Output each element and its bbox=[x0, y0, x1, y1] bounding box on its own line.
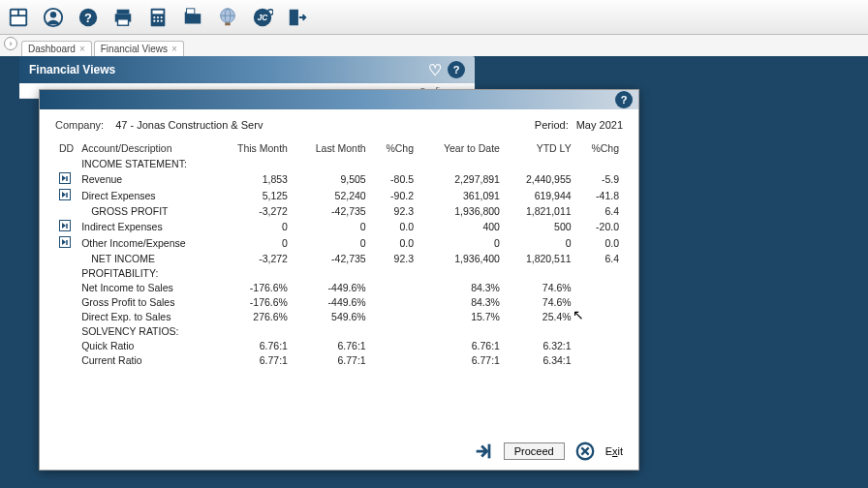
col-this-month: This Month bbox=[213, 140, 292, 156]
table-row: NET INCOME-3,272-42,73592.31,936,4001,82… bbox=[55, 251, 623, 265]
company-value: 47 - Jonas Construction & Serv bbox=[115, 119, 263, 131]
svg-point-16 bbox=[153, 19, 155, 21]
row-label: NET INCOME bbox=[78, 251, 213, 265]
period-value: May 2021 bbox=[576, 119, 623, 131]
favorite-icon[interactable]: ♡ bbox=[428, 61, 442, 79]
close-icon[interactable]: × bbox=[171, 44, 177, 54]
help-icon[interactable]: ? bbox=[448, 61, 465, 78]
exit-app-icon[interactable] bbox=[283, 3, 312, 32]
svg-text:?: ? bbox=[84, 10, 92, 24]
svg-rect-3 bbox=[12, 16, 26, 24]
tab-label: Financial Views bbox=[101, 44, 168, 54]
drilldown-icon[interactable] bbox=[59, 191, 71, 202]
row-label: Current Ratio bbox=[78, 352, 213, 367]
row-label: Other Income/Expense bbox=[78, 234, 213, 251]
col-chg: %Chg bbox=[370, 140, 418, 156]
svg-rect-19 bbox=[187, 8, 195, 14]
panel-header: Financial Views ♡ ? bbox=[19, 56, 475, 83]
table-row: Revenue1,8539,505-80.52,297,8912,440,955… bbox=[55, 170, 623, 187]
svg-rect-26 bbox=[290, 9, 298, 25]
table-row: Direct Exp. to Sales276.6%549.6%15.7%25.… bbox=[55, 309, 623, 323]
help-icon[interactable]: ? bbox=[74, 3, 103, 32]
tab-financial-views[interactable]: Financial Views× bbox=[94, 41, 184, 56]
svg-point-15 bbox=[161, 15, 163, 17]
tabs-bar: › Dashboard× Financial Views× bbox=[0, 35, 868, 56]
row-label: Net Income to Sales bbox=[78, 280, 213, 294]
print-icon[interactable] bbox=[108, 3, 138, 32]
svg-rect-10 bbox=[118, 18, 129, 24]
tab-label: Dashboard bbox=[28, 44, 76, 54]
folder-icon[interactable] bbox=[178, 3, 207, 32]
user-icon[interactable] bbox=[39, 3, 68, 32]
company-label: Company: bbox=[55, 119, 104, 131]
section-solvency: SOLVENCY RATIOS: bbox=[78, 323, 623, 338]
table-row: Quick Ratio6.76:16.76:16.76:16.32:1 bbox=[55, 338, 623, 352]
svg-rect-8 bbox=[117, 9, 130, 14]
table-row: Gross Profit to Sales-176.6%-449.6%84.3%… bbox=[55, 294, 623, 309]
svg-rect-1 bbox=[12, 10, 17, 15]
globe-icon[interactable] bbox=[213, 3, 242, 32]
proceed-arrow-icon[interactable] bbox=[473, 441, 494, 462]
svg-rect-12 bbox=[153, 10, 164, 14]
report-footer: Proceed Exit bbox=[473, 441, 623, 462]
cancel-icon[interactable] bbox=[574, 441, 596, 462]
row-label: Direct Exp. to Sales bbox=[78, 309, 213, 323]
section-income: INCOME STATEMENT: bbox=[78, 156, 623, 170]
svg-text:JC: JC bbox=[258, 13, 269, 21]
jc-refresh-icon[interactable]: JC bbox=[248, 3, 277, 32]
drilldown-icon[interactable] bbox=[59, 174, 71, 186]
row-label: Gross Profit to Sales bbox=[78, 294, 213, 309]
svg-rect-2 bbox=[19, 10, 25, 15]
report-window: ? Company: 47 - Jonas Construction & Ser… bbox=[39, 89, 639, 471]
col-chg2: %Chg bbox=[575, 140, 623, 156]
close-icon[interactable]: × bbox=[79, 44, 85, 54]
tab-dashboard[interactable]: Dashboard× bbox=[21, 41, 92, 56]
section-profitability: PROFITABILITY: bbox=[78, 265, 623, 280]
table-row: Indirect Expenses000.0400500-20.0 bbox=[55, 218, 623, 234]
table-row: Direct Expenses5,12552,240-90.2361,09161… bbox=[55, 187, 623, 203]
col-acct: Account/Description bbox=[78, 140, 213, 156]
table-row: Other Income/Expense000.0000.0 bbox=[55, 234, 623, 251]
svg-point-13 bbox=[153, 15, 155, 17]
calculator-icon[interactable] bbox=[143, 3, 172, 32]
row-label: Indirect Expenses bbox=[78, 218, 213, 234]
svg-point-14 bbox=[157, 15, 159, 17]
col-ytd: Year to Date bbox=[418, 140, 504, 156]
drilldown-icon[interactable] bbox=[59, 238, 71, 250]
panel-title: Financial Views bbox=[29, 63, 115, 76]
table-row: GROSS PROFIT-3,272-42,73592.31,936,8001,… bbox=[55, 203, 623, 218]
col-last-month: Last Month bbox=[292, 140, 370, 156]
exit-button[interactable]: Exit bbox=[605, 445, 623, 457]
row-label: Quick Ratio bbox=[78, 338, 213, 352]
svg-point-18 bbox=[161, 19, 163, 21]
app-toolbar: ? JC bbox=[0, 0, 868, 35]
help-icon[interactable]: ? bbox=[615, 91, 633, 108]
table-row: Current Ratio6.77:16.77:16.77:16.34:1 bbox=[55, 352, 623, 367]
row-label: Revenue bbox=[78, 170, 213, 187]
col-ytdly: YTD LY bbox=[504, 140, 575, 156]
table-row: Net Income to Sales-176.6%-449.6%84.3%74… bbox=[55, 280, 623, 294]
dashboard-icon[interactable] bbox=[4, 3, 33, 32]
period-label: Period: bbox=[535, 119, 569, 131]
panel-expander-icon[interactable]: › bbox=[4, 37, 17, 50]
report-titlebar: ? bbox=[40, 90, 638, 109]
svg-point-5 bbox=[50, 12, 56, 17]
svg-rect-31 bbox=[487, 444, 490, 459]
svg-point-17 bbox=[157, 19, 159, 21]
row-label: GROSS PROFIT bbox=[78, 203, 213, 218]
col-dd: DD bbox=[55, 140, 78, 156]
financial-table: DD Account/Description This Month Last M… bbox=[55, 140, 623, 367]
svg-rect-23 bbox=[225, 22, 231, 25]
row-label: Direct Expenses bbox=[78, 187, 213, 203]
proceed-button[interactable]: Proceed bbox=[504, 442, 565, 460]
drilldown-icon[interactable] bbox=[59, 222, 71, 233]
